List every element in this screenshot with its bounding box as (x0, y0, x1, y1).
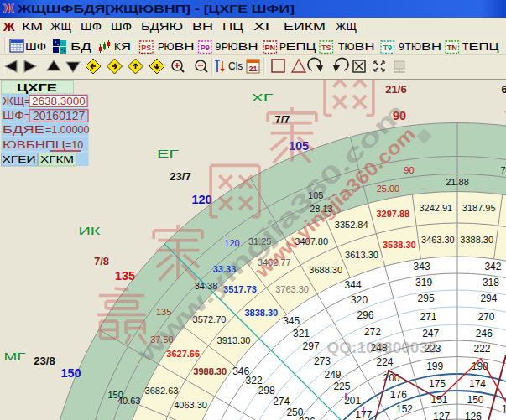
svg-text:271: 271 (420, 311, 436, 323)
svg-text:БДЯЮ: БДЯЮ (141, 21, 183, 33)
svg-text:23/7: 23/7 (170, 170, 190, 183)
svg-text:Е: Е (286, 41, 296, 53)
svg-text:Ж: Ж (3, 2, 14, 15)
svg-text:3187.95: 3187.95 (462, 203, 496, 213)
svg-text:296: 296 (357, 309, 373, 321)
svg-text:ШФ: ШФ (3, 109, 24, 122)
svg-text:20160127: 20160127 (33, 109, 86, 122)
svg-text:7/8: 7/8 (94, 255, 109, 267)
svg-text:226: 226 (299, 416, 316, 420)
svg-text:ХГЕИ: ХГЕИ (3, 154, 36, 164)
svg-text:270: 270 (477, 311, 494, 323)
svg-text:320: 320 (351, 294, 368, 306)
svg-text:120: 120 (191, 193, 211, 206)
svg-text:298: 298 (258, 385, 275, 397)
svg-text:Я: Я (121, 41, 131, 53)
svg-text:321: 321 (293, 328, 310, 340)
svg-text:126: 126 (465, 411, 482, 420)
svg-text:3763.30: 3763.30 (275, 284, 309, 294)
svg-text:Н: Н (248, 41, 258, 53)
svg-text:3297.88: 3297.88 (376, 209, 409, 219)
svg-text:ШФ: ШФ (111, 21, 132, 33)
svg-text:4063.30: 4063.30 (174, 400, 207, 410)
svg-text:224: 224 (376, 356, 393, 368)
svg-text:ЦХГЕ: ЦХГЕ (17, 82, 57, 94)
svg-text:В: В (421, 41, 431, 53)
svg-text:ЖЩ: ЖЩ (336, 21, 357, 33)
svg-text:P9: P9 (201, 44, 210, 52)
svg-text:246: 246 (476, 328, 493, 340)
svg-text:23/8: 23/8 (34, 355, 55, 367)
svg-text:3913.30: 3913.30 (217, 335, 251, 345)
svg-text:Н: Н (365, 41, 375, 53)
svg-text:ХГ: ХГ (253, 21, 274, 33)
svg-text:3352.84: 3352.84 (335, 220, 368, 230)
svg-text:БДЯЕ: БДЯЕ (3, 124, 44, 136)
svg-text:ЮВБНПЦ: ЮВБНПЦ (3, 139, 66, 151)
svg-text:318: 318 (483, 277, 499, 288)
svg-text:6: 6 (501, 83, 506, 96)
svg-text:В: В (175, 41, 185, 53)
svg-text:319: 319 (415, 277, 432, 288)
svg-text:Ю: Ю (164, 41, 175, 53)
svg-text:3613.30: 3613.30 (345, 250, 378, 260)
svg-text:ШФ: ШФ (81, 21, 102, 33)
svg-text:343: 343 (414, 261, 430, 272)
svg-text:ПЦ: ПЦ (222, 21, 244, 33)
svg-text:3838.30: 3838.30 (244, 308, 278, 318)
svg-text:Ж: Ж (3, 19, 15, 34)
svg-text:3988.30: 3988.30 (193, 366, 227, 376)
svg-text:Ю: Ю (345, 41, 355, 53)
svg-text:342: 342 (484, 261, 501, 272)
svg-text:3242.91: 3242.91 (419, 203, 452, 213)
svg-text:Cls: Cls (228, 60, 243, 72)
svg-text:П: П (296, 41, 306, 53)
svg-text:75: 75 (500, 165, 506, 175)
svg-text:21/6: 21/6 (385, 83, 406, 96)
svg-text:3538.30: 3538.30 (383, 240, 416, 250)
svg-text:Ю: Ю (228, 41, 238, 53)
svg-text:БД: БД (70, 41, 91, 53)
svg-text:345: 345 (283, 315, 300, 327)
svg-text:222: 222 (473, 343, 490, 355)
svg-text:174: 174 (469, 378, 486, 390)
svg-text:3688.30: 3688.30 (309, 265, 342, 275)
svg-text:K: K (114, 41, 121, 53)
svg-text:225: 225 (333, 381, 350, 392)
svg-text:249: 249 (324, 369, 341, 381)
svg-text:ИК: ИК (79, 225, 102, 237)
svg-text:QQ:100800030: QQ:100800030 (327, 339, 437, 356)
svg-text:25.00: 25.00 (377, 184, 400, 194)
svg-text:273: 273 (314, 355, 331, 367)
svg-text:PN: PN (264, 44, 275, 52)
svg-text:272: 272 (364, 326, 381, 338)
svg-text:PS: PS (141, 44, 151, 52)
svg-text:90: 90 (404, 165, 414, 175)
svg-text:3388.30: 3388.30 (460, 235, 493, 245)
svg-text:TS: TS (321, 44, 331, 52)
svg-text:Ц: Ц (306, 41, 316, 53)
svg-text:ВН: ВН (192, 21, 213, 33)
svg-text:Ц: Ц (489, 41, 499, 53)
svg-text:9: 9 (216, 41, 222, 53)
svg-text:199: 199 (426, 360, 443, 372)
svg-text:294: 294 (480, 293, 497, 304)
svg-text:Ю: Ю (411, 41, 421, 53)
svg-text:ХГКМ: ХГКМ (40, 154, 74, 164)
svg-text:=10: =10 (65, 139, 83, 151)
svg-text:Е: Е (469, 41, 479, 53)
svg-text:ХГ: ХГ (252, 91, 274, 104)
svg-text:201: 201 (344, 395, 361, 407)
svg-text:3463.30: 3463.30 (421, 235, 455, 245)
svg-text:176: 176 (390, 389, 407, 401)
svg-text:Н: Н (431, 41, 441, 53)
svg-text:ШФ: ШФ (25, 41, 46, 53)
svg-text:КМ: КМ (22, 21, 43, 33)
svg-text:2638.3000: 2638.3000 (32, 95, 86, 107)
svg-text:150: 150 (60, 366, 81, 380)
svg-text:ЖЩ: ЖЩ (3, 95, 24, 107)
svg-text:ЕИКМ: ЕИКМ (284, 21, 326, 33)
svg-text:П: П (479, 41, 489, 53)
svg-text:3682.63: 3682.63 (145, 386, 179, 396)
svg-text:21: 21 (248, 65, 257, 73)
